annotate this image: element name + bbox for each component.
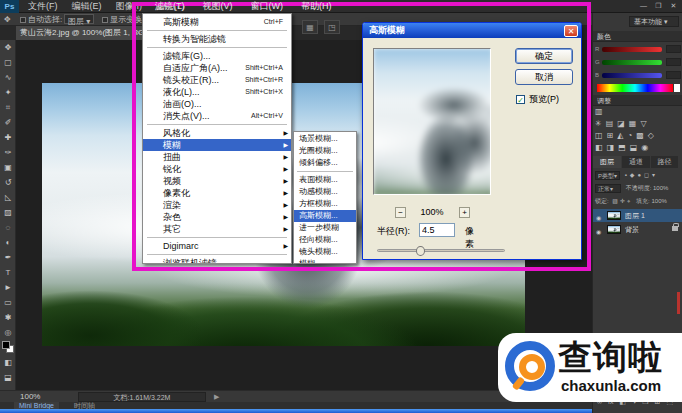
lock-option-icon[interactable]: ✛ xyxy=(620,198,625,204)
adjustment-icon[interactable]: ◔ xyxy=(627,130,632,141)
eyedropper-tool[interactable]: ✐ xyxy=(0,115,16,130)
layer-filter-icon[interactable]: ◻ xyxy=(644,172,649,178)
menu-item[interactable] xyxy=(147,47,287,48)
adjustment-icon[interactable]: ▩ xyxy=(636,130,644,141)
adjustment-icon[interactable]: ⊞ xyxy=(607,130,614,141)
menu-item-lens-correction[interactable]: 镜头校正(R)... Shift+Ctrl+R xyxy=(143,74,291,86)
zoom-out-button[interactable]: − xyxy=(395,207,406,218)
show-transform-checkbox[interactable] xyxy=(102,17,108,23)
gradient-tool[interactable]: ▨ xyxy=(0,205,16,220)
menu-item-repeat-gaussian-blur[interactable]: 高斯模糊 Ctrl+F xyxy=(143,16,291,28)
adjustment-icon[interactable]: ⬒ xyxy=(618,142,626,153)
menu-item[interactable]: 窗口(W) xyxy=(242,0,293,13)
menu-item-filter-gallery[interactable]: 滤镜库(G)... xyxy=(143,50,291,62)
submenu-item-gaussian-blur[interactable]: 高斯模糊... xyxy=(294,210,356,222)
close-tab-icon[interactable]: × xyxy=(136,26,141,40)
menu-item[interactable] xyxy=(147,30,287,31)
crop-tool[interactable]: ⌗ xyxy=(0,100,16,115)
menu-item-other[interactable]: 其它 ▶ xyxy=(143,223,291,235)
green-gradient-bar[interactable] xyxy=(602,60,662,65)
foreground-color-swatch[interactable] xyxy=(2,341,10,349)
submenu-item-field-blur[interactable]: 场景模糊... xyxy=(294,133,356,145)
submenu-item-radial-blur[interactable]: 径向模糊... xyxy=(294,234,356,246)
menu-item-sharpen[interactable]: 锐化 ▶ xyxy=(143,163,291,175)
tab-channels[interactable]: 通道 xyxy=(622,156,650,168)
move-tool[interactable]: ✥ xyxy=(0,40,16,55)
zoom-in-button[interactable]: + xyxy=(459,207,470,218)
red-channel-slider[interactable]: R xyxy=(595,45,681,54)
submenu-item-surface-blur[interactable]: 表面模糊... xyxy=(294,174,356,186)
arrange-documents-button[interactable]: ▦ xyxy=(302,20,318,34)
menu-item[interactable] xyxy=(147,254,287,255)
document-info[interactable]: 文档:1.61M/3.22M xyxy=(78,392,206,402)
quick-selection-tool[interactable]: ✦ xyxy=(0,85,16,100)
menu-item[interactable]: 滤镜(T) xyxy=(146,0,194,13)
adjustment-icon[interactable]: ◉ xyxy=(641,142,648,153)
adjustment-icon[interactable]: ◪ xyxy=(617,118,625,129)
screen-mode-tool-button[interactable]: ⬓ xyxy=(0,370,16,385)
pen-tool[interactable]: ✒ xyxy=(0,250,16,265)
lock-option-icon[interactable]: ⌖ xyxy=(627,198,630,204)
history-brush-tool[interactable]: ↺ xyxy=(0,175,16,190)
blend-mode-dropdown[interactable]: 正常▾ xyxy=(595,184,621,193)
menu-item-liquify[interactable]: 液化(L)... Shift+Ctrl+X xyxy=(143,86,291,98)
path-selection-tool[interactable]: ► xyxy=(0,280,16,295)
color-swatches[interactable] xyxy=(0,341,16,355)
layer-thumbnail[interactable] xyxy=(607,225,621,234)
shape-tool[interactable]: ▭ xyxy=(0,295,16,310)
adjustment-icon[interactable]: ◇ xyxy=(648,130,654,141)
hand-tool[interactable]: ✱ xyxy=(0,310,16,325)
adjustments-panel-header[interactable]: 调整 xyxy=(593,95,682,106)
layer-filter-dropdown[interactable]: P类型▾ xyxy=(595,171,620,180)
menu-item-render[interactable]: 渲染 ▶ xyxy=(143,199,291,211)
brush-tool[interactable]: ✑ xyxy=(0,145,16,160)
minimize-icon[interactable]: — xyxy=(639,1,648,11)
submenu-item-box-blur[interactable]: 方框模糊... xyxy=(294,198,356,210)
submenu-item-iris-blur[interactable]: 光圈模糊... xyxy=(294,145,356,157)
healing-brush-tool[interactable]: ✚ xyxy=(0,130,16,145)
menu-item-distort[interactable]: 扭曲 ▶ xyxy=(143,151,291,163)
menu-item-pixelate[interactable]: 像素化 ▶ xyxy=(143,187,291,199)
adjustment-icon[interactable]: ◫ xyxy=(595,130,603,141)
menu-item[interactable]: 文件(F) xyxy=(21,0,65,13)
adjustment-icon[interactable]: ◭ xyxy=(617,130,623,141)
radius-slider-handle[interactable] xyxy=(416,246,425,256)
layer-thumbnail[interactable] xyxy=(607,211,621,220)
menu-item-digimarc[interactable]: Digimarc ▶ xyxy=(143,240,291,252)
blue-gradient-bar[interactable] xyxy=(602,73,662,78)
tab-paths[interactable]: 路径 xyxy=(651,156,678,168)
radius-input[interactable] xyxy=(419,223,455,237)
close-icon[interactable]: ✕ xyxy=(669,1,678,11)
menu-item-stylize[interactable]: 风格化 ▶ xyxy=(143,127,291,139)
clone-stamp-tool[interactable]: ▣ xyxy=(0,160,16,175)
submenu-item-blur-more[interactable]: 进一步模糊 xyxy=(294,222,356,234)
quick-mask-button[interactable]: ◧ xyxy=(0,355,16,370)
submenu-item-blur[interactable]: 模糊 xyxy=(294,258,356,264)
submenu-item-motion-blur[interactable]: 动感模糊... xyxy=(294,186,356,198)
white-swatch[interactable] xyxy=(674,84,680,92)
type-tool[interactable]: T xyxy=(0,265,16,280)
layer-filter-icon[interactable]: ◆ xyxy=(630,172,635,178)
lasso-tool[interactable]: ∿ xyxy=(0,70,16,85)
layer-filter-icon[interactable]: ▪ xyxy=(625,172,627,178)
menu-item-browse-filters-online[interactable]: 浏览联机滤镜... xyxy=(143,257,291,264)
menu-item[interactable]: 图像(I) xyxy=(109,0,150,13)
dialog-close-button[interactable]: ✕ xyxy=(564,25,578,37)
visibility-eye-icon[interactable]: ◉ xyxy=(596,226,601,239)
dialog-title-bar[interactable]: 高斯模糊 xyxy=(363,23,581,38)
workspace-switcher[interactable]: 基本功能 ▾ xyxy=(629,16,679,27)
adjustment-icon[interactable]: ▥ xyxy=(595,106,603,117)
blur-tool[interactable]: ◌ xyxy=(0,220,16,235)
ok-button[interactable]: 确定 xyxy=(515,48,573,64)
cancel-button[interactable]: 取消 xyxy=(515,69,573,85)
auto-select-checkbox[interactable] xyxy=(20,17,26,23)
eraser-tool[interactable]: ◺ xyxy=(0,190,16,205)
dodge-tool[interactable]: ◐ xyxy=(0,235,16,250)
blue-channel-slider[interactable]: B xyxy=(595,71,681,80)
screen-mode-button[interactable]: ◳ xyxy=(324,20,340,34)
tab-layers[interactable]: 图层 xyxy=(593,156,621,168)
green-channel-slider[interactable]: G xyxy=(595,58,681,67)
adjustment-icon[interactable]: ▤ xyxy=(606,118,614,129)
opacity-value[interactable]: 100% xyxy=(653,185,668,191)
lock-option-icon[interactable]: ▨ xyxy=(612,198,618,204)
